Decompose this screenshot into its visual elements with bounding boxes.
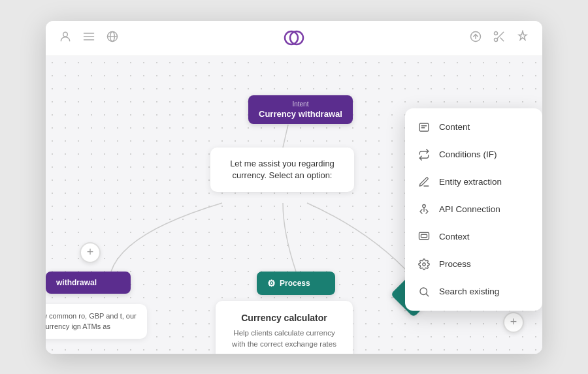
upload-icon[interactable]: [469, 30, 482, 46]
currency-card-desc: Help clients calculate currency with the…: [229, 328, 340, 351]
message-text: Let me assist you regarding currency. Se…: [230, 159, 335, 180]
header: [46, 21, 542, 56]
menu-item-process[interactable]: Process: [405, 251, 542, 278]
content-icon: [417, 120, 431, 134]
menu-item-search[interactable]: Search existing: [405, 278, 542, 305]
search-icon: [417, 285, 431, 299]
svg-rect-21: [419, 232, 429, 240]
process-label: Process: [280, 279, 310, 288]
svg-point-23: [423, 262, 426, 266]
plus-icon-bottom: +: [510, 315, 517, 329]
scissors-icon[interactable]: [493, 30, 506, 46]
withdrawal-label: withdrawal: [56, 278, 97, 287]
menu-item-context-label: Context: [439, 232, 470, 242]
text-block-node: w common ro, GBP and t, our currency ign…: [46, 304, 147, 339]
menu-item-content-label: Content: [439, 122, 470, 132]
user-icon[interactable]: [59, 30, 72, 46]
menu-item-entity[interactable]: Entity extraction: [405, 168, 542, 196]
process-gear-icon: ⚙: [267, 278, 276, 288]
svg-line-25: [426, 294, 428, 296]
process-icon: [417, 257, 431, 272]
context-icon: [417, 230, 431, 244]
conditions-icon: [417, 148, 431, 162]
header-center: [282, 26, 306, 50]
message-node[interactable]: Let me assist you regarding currency. Se…: [210, 148, 354, 192]
svg-point-24: [420, 288, 427, 295]
svg-line-14: [500, 38, 504, 41]
plus-icon-left: +: [87, 245, 94, 259]
menu-item-search-label: Search existing: [439, 287, 499, 296]
header-left: [59, 30, 119, 46]
svg-point-11: [495, 31, 498, 35]
intent-label: Intent: [259, 101, 342, 108]
context-menu: Content Conditions (IF) Entity extractio…: [405, 108, 542, 311]
currency-card-title: Currency calculator: [229, 311, 340, 325]
intent-title: Currency withdrawal: [259, 109, 342, 119]
pin-icon[interactable]: [516, 30, 529, 46]
plus-button-bottom[interactable]: +: [503, 312, 524, 333]
globe-icon[interactable]: [106, 30, 119, 46]
svg-rect-22: [421, 234, 427, 238]
menu-item-content[interactable]: Content: [405, 114, 542, 141]
menu-item-context[interactable]: Context: [405, 223, 542, 251]
intent-node[interactable]: Intent Currency withdrawal: [248, 95, 353, 124]
canvas: Intent Currency withdrawal Let me assist…: [46, 56, 542, 354]
menu-item-process-label: Process: [439, 259, 471, 269]
entity-icon: [417, 175, 431, 189]
plus-button-left[interactable]: +: [80, 242, 101, 263]
menu-item-conditions-label: Conditions (IF): [439, 149, 497, 159]
menu-item-entity-label: Entity extraction: [439, 177, 502, 187]
svg-rect-16: [419, 123, 429, 131]
svg-line-15: [283, 125, 288, 148]
app-window: Intent Currency withdrawal Let me assist…: [46, 21, 542, 354]
svg-point-0: [63, 32, 68, 37]
menu-item-api[interactable]: API Connection: [405, 196, 542, 223]
list-icon[interactable]: [82, 30, 95, 46]
logo-icon: [282, 26, 306, 50]
process-node[interactable]: ⚙ Process: [257, 272, 335, 295]
currency-card-node[interactable]: Currency calculator Help clients calcula…: [216, 301, 353, 354]
text-block-content: w common ro, GBP and t, our currency ign…: [46, 312, 137, 331]
withdrawal-node[interactable]: withdrawal: [46, 272, 131, 294]
menu-item-conditions[interactable]: Conditions (IF): [405, 141, 542, 168]
menu-item-api-label: API Connection: [439, 204, 500, 214]
header-right: [469, 30, 529, 46]
api-icon: [417, 202, 431, 217]
